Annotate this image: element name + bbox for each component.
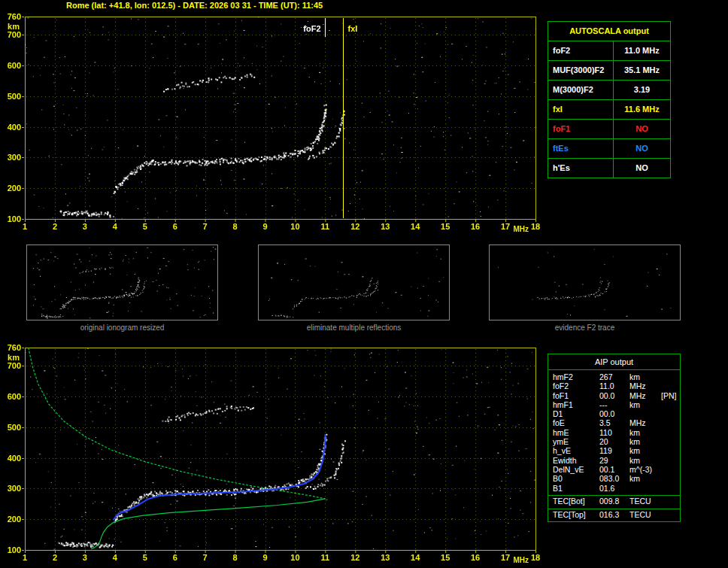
aip-name: DelN_vE — [548, 465, 599, 474]
aip-value: 3.5 — [599, 418, 629, 427]
autoscala-param-value: NO — [614, 159, 670, 178]
aip-tec-row-tec-bot-: TEC[Bot]009.8TECU — [548, 497, 680, 506]
aip-row-foe: foE3.5MHz — [548, 418, 680, 427]
autoscala-row-fof2: foF211.0 MHz — [548, 41, 670, 61]
aip-header: AIP output — [548, 354, 680, 370]
aip-note — [661, 409, 680, 418]
divider — [548, 495, 680, 496]
aip-unit: TECU — [629, 497, 661, 506]
autoscala-param-value: 11.0 MHz — [614, 41, 670, 60]
autoscala-param-value: 35.1 MHz — [614, 61, 670, 80]
aip-unit: km — [629, 400, 661, 409]
autoscala-rows: foF211.0 MHzMUF(3000)F235.1 MHzM(3000)F2… — [548, 41, 670, 178]
aip-unit: km — [629, 446, 661, 455]
aip-value: 016.3 — [599, 510, 629, 520]
aip-unit — [629, 409, 661, 418]
aip-unit: km — [629, 474, 661, 483]
autoscala-param-label: fxI — [548, 100, 614, 119]
aip-value: 11.0 — [599, 381, 629, 390]
aip-unit: km — [629, 437, 661, 446]
autoscala-param-label: foF1 — [548, 120, 614, 138]
aip-note — [661, 381, 680, 390]
aip-value: 00.0 — [599, 409, 629, 418]
autoscala-row-h-es: h'EsNO — [548, 159, 670, 178]
aip-value: 009.8 — [599, 497, 629, 506]
aip-row-hmf2: hmF2267km — [548, 372, 680, 381]
aip-value: 20 — [599, 437, 629, 446]
autoscala-param-label: foF2 — [548, 41, 614, 60]
thumbnail-original-canvas — [27, 245, 217, 320]
aip-name: foE — [548, 418, 599, 427]
aip-row-b0: B0083.0km — [548, 474, 680, 483]
aip-row-yme: ymE20km — [548, 437, 680, 446]
aip-unit: km — [629, 428, 661, 437]
autoscala-output-table: AUTOSCALA output foF211.0 MHzMUF(3000)F2… — [548, 21, 671, 178]
aip-note: [PN] — [661, 391, 680, 400]
aip-name: hmF1 — [548, 400, 599, 409]
aip-name: B1 — [548, 484, 599, 493]
aip-value: 119 — [599, 446, 629, 455]
aip-value: --- — [599, 400, 629, 409]
autoscala-param-value: NO — [614, 120, 670, 138]
aip-unit: MHz — [629, 381, 661, 390]
autoscala-row-m-3000-f2: M(3000)F23.19 — [548, 80, 670, 100]
aip-name: D1 — [548, 409, 599, 418]
profile-ionogram-canvas — [0, 343, 543, 568]
aip-row-b1: B101.6 — [548, 484, 680, 493]
autoscala-row-fof1: foF1NO — [548, 120, 670, 139]
aip-row-hmf1: hmF1---km — [548, 400, 680, 409]
aip-value: 267 — [599, 372, 629, 381]
aip-tec-row-tec-top-: TEC[Top]016.3TECU — [548, 510, 680, 520]
autoscala-row-muf-3000-f2: MUF(3000)F235.1 MHz — [548, 61, 670, 80]
aip-unit: km — [629, 456, 661, 465]
aip-row-fof1: foF100.0MHz[PN] — [548, 391, 680, 400]
thumbnail-caption-filtered: eliminate multiple reflections — [258, 323, 450, 332]
aip-value: 00.0 — [599, 391, 629, 400]
autoscala-row-ftes: ftEsNO — [548, 139, 670, 159]
thumbnail-filtered-canvas — [259, 245, 449, 320]
aip-unit: km — [629, 372, 661, 381]
aip-name: foF1 — [548, 391, 599, 400]
autoscala-row-fxi: fxI11.6 MHz — [548, 100, 670, 120]
aip-name: hmE — [548, 428, 599, 437]
thumbnail-caption-f2: evidence F2 trace — [489, 323, 681, 332]
autoscala-param-value: 3.19 — [614, 80, 670, 99]
thumbnail-f2-canvas — [490, 245, 680, 320]
aip-name: TEC[Top] — [548, 510, 599, 520]
aip-note — [661, 418, 680, 427]
thumbnail-caption-original: original ionogram resized — [26, 323, 218, 332]
aip-note — [661, 428, 680, 437]
aip-name: foF2 — [548, 381, 599, 390]
aip-rows: hmF2267kmfoF211.0MHzfoF100.0MHz[PN]hmF1-… — [548, 370, 680, 493]
thumbnail-original-ionogram — [26, 245, 218, 320]
thumbnail-f2-trace — [489, 245, 681, 320]
autoscala-window: Rome (lat: +41.8, lon: 012.5) - DATE: 20… — [0, 0, 728, 568]
aip-note — [661, 372, 680, 381]
aip-tec-section: TEC[Bot]009.8TECUTEC[Top]016.3TECU — [548, 495, 680, 520]
aip-value: 110 — [599, 428, 629, 437]
aip-row-deln-ve: DelN_vE00.1m^(-3) — [548, 465, 680, 474]
divider — [548, 509, 680, 509]
aip-note — [661, 400, 680, 409]
aip-value: 29 — [599, 456, 629, 465]
autoscala-param-label: h'Es — [548, 159, 614, 178]
aip-output-table: AIP output hmF2267kmfoF211.0MHzfoF100.0M… — [548, 354, 681, 522]
thumbnail-filtered-ionogram — [258, 245, 450, 320]
autoscala-param-value: NO — [614, 139, 670, 158]
aip-row-hme: hmE110km — [548, 428, 680, 437]
aip-row-h-ve: h_vE119km — [548, 446, 680, 455]
aip-value: 083.0 — [599, 474, 629, 483]
aip-name: TEC[Bot] — [548, 497, 599, 506]
aip-unit: TECU — [629, 510, 661, 520]
aip-name: Ewidth — [548, 456, 599, 465]
autoscala-header: AUTOSCALA output — [548, 22, 670, 41]
aip-unit: MHz — [629, 391, 661, 400]
aip-name: ymE — [548, 437, 599, 446]
aip-note — [661, 456, 680, 465]
aip-row-ewidth: Ewidth29km — [548, 456, 680, 465]
aip-note — [661, 446, 680, 455]
autoscala-param-label: MUF(3000)F2 — [548, 61, 614, 80]
main-ionogram-canvas — [0, 11, 543, 241]
aip-row-d1: D100.0 — [548, 409, 680, 418]
autoscala-param-label: M(3000)F2 — [548, 80, 614, 99]
